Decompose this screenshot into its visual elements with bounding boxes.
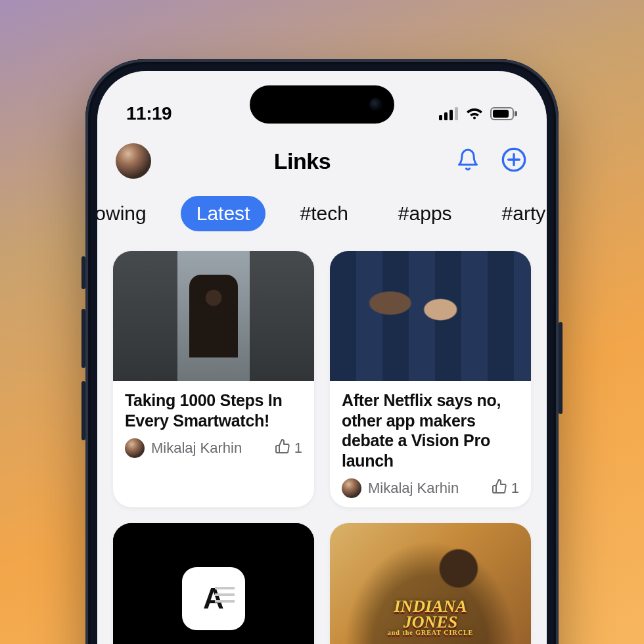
like-button[interactable]: 1 [275, 438, 302, 458]
card-meta: Mikalaj Karhin 1 [342, 478, 519, 498]
svg-rect-6 [515, 111, 517, 116]
card-title: After Netflix says no, other app makers … [342, 390, 519, 471]
bell-icon [456, 148, 480, 174]
svg-rect-2 [449, 110, 453, 120]
tab-following[interactable]: Following [97, 196, 162, 231]
card-image [113, 251, 314, 381]
author-avatar [125, 438, 145, 458]
card-image: INDIANA JONES and the GREAT CIRCLE [330, 523, 531, 644]
phone-screen: 11:19 [97, 71, 547, 644]
plus-circle-icon [501, 147, 527, 175]
profile-avatar[interactable] [116, 143, 151, 179]
tab-tech[interactable]: #tech [284, 196, 363, 231]
battery-icon [490, 107, 518, 120]
phone-power-button [559, 322, 563, 414]
svg-rect-5 [493, 110, 509, 118]
card-title: Taking 1000 Steps In Every Smartwatch! [125, 390, 302, 430]
tab-latest[interactable]: Latest [181, 196, 266, 231]
author-name: Mikalaj Karhin [368, 480, 485, 497]
tab-apps[interactable]: #apps [382, 196, 468, 231]
status-time: 11:19 [126, 103, 231, 124]
feed-card[interactable]: Taking 1000 Steps In Every Smartwatch! M… [113, 251, 314, 507]
thumbs-up-icon [275, 438, 290, 458]
card-body: After Netflix says no, other app makers … [330, 381, 531, 507]
svg-rect-1 [444, 112, 448, 120]
svg-rect-3 [455, 107, 458, 120]
phone-side-button [81, 256, 85, 289]
author-name: Mikalaj Karhin [151, 440, 268, 457]
status-indicators [413, 107, 518, 120]
tabs-row[interactable]: Following Latest #tech #apps #artykul #a… [97, 187, 547, 241]
card-image: A [113, 523, 314, 644]
dynamic-island [250, 85, 394, 124]
feed-card[interactable]: A [113, 523, 314, 644]
add-button[interactable] [499, 147, 528, 175]
author-avatar [342, 478, 361, 498]
card-body: Taking 1000 Steps In Every Smartwatch! M… [113, 381, 314, 467]
feed-grid: Taking 1000 Steps In Every Smartwatch! M… [97, 241, 547, 644]
like-count: 1 [294, 440, 302, 457]
nav-actions [453, 147, 528, 175]
app-icon: A [182, 567, 245, 630]
cellular-icon [439, 107, 459, 120]
notifications-button[interactable] [453, 147, 482, 175]
phone-volume-up [81, 309, 85, 368]
thumbs-up-icon [492, 478, 507, 498]
svg-rect-0 [439, 115, 442, 120]
like-count: 1 [511, 480, 519, 497]
phone-frame: 11:19 [85, 59, 559, 644]
card-image [330, 251, 531, 381]
wifi-icon [465, 107, 484, 120]
feed-card[interactable]: After Netflix says no, other app makers … [330, 251, 531, 507]
movie-logo: INDIANA JONES and the GREAT CIRCLE [388, 599, 474, 635]
phone-volume-down [81, 381, 85, 440]
nav-bar: Links [97, 135, 547, 187]
page-title: Links [163, 149, 442, 174]
like-button[interactable]: 1 [492, 478, 519, 498]
feed-card[interactable]: INDIANA JONES and the GREAT CIRCLE [330, 523, 531, 644]
card-meta: Mikalaj Karhin 1 [125, 438, 302, 458]
tab-artykul[interactable]: #artykul [486, 196, 547, 231]
